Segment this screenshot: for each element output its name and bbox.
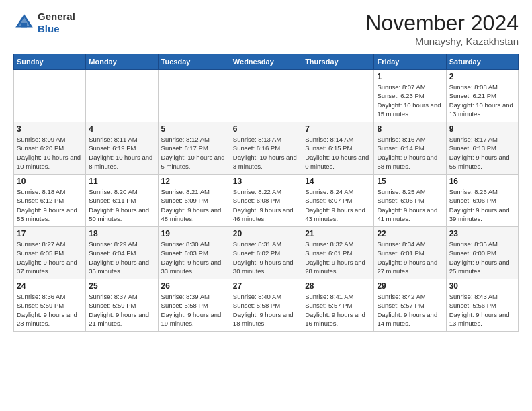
day-info: Sunrise: 8:32 AMSunset: 6:01 PMDaylight:… [305,240,371,275]
day-number: 27 [233,281,299,291]
day-info: Sunrise: 8:25 AMSunset: 6:06 PMDaylight:… [377,187,443,223]
calendar-table: Sunday Monday Tuesday Wednesday Thursday… [13,54,519,332]
day-number: 15 [377,177,443,186]
day-number: 20 [233,229,299,238]
day-number: 6 [233,124,299,134]
day-info: Sunrise: 8:39 AMSunset: 5:58 PMDaylight:… [161,292,227,328]
day-number: 10 [17,177,83,186]
location: Munayshy, Kazakhstan [365,36,519,47]
calendar-cell-w1-d6: 9Sunrise: 8:17 AMSunset: 6:13 PMDaylight… [446,122,518,175]
calendar-header-row: Sunday Monday Tuesday Wednesday Thursday… [14,54,519,70]
day-number: 3 [17,124,83,134]
calendar-cell-w3-d2: 19Sunrise: 8:30 AMSunset: 6:03 PMDayligh… [158,227,230,279]
day-info: Sunrise: 8:20 AMSunset: 6:11 PMDaylight:… [89,187,154,223]
page: General Blue November 2024 Munayshy, Kaz… [0,0,532,338]
day-info: Sunrise: 8:31 AMSunset: 6:02 PMDaylight:… [233,240,299,275]
calendar-cell-w1-d5: 8Sunrise: 8:16 AMSunset: 6:14 PMDaylight… [374,122,446,175]
col-wednesday: Wednesday [230,54,302,70]
calendar-cell-w3-d0: 17Sunrise: 8:27 AMSunset: 6:05 PMDayligh… [14,227,86,279]
calendar-cell-w1-d1: 4Sunrise: 8:11 AMSunset: 6:19 PMDaylight… [86,122,158,175]
calendar-cell-w0-d6: 2Sunrise: 8:08 AMSunset: 6:21 PMDaylight… [446,70,518,122]
col-thursday: Thursday [302,54,374,70]
col-tuesday: Tuesday [158,54,230,70]
day-info: Sunrise: 8:09 AMSunset: 6:20 PMDaylight:… [17,135,83,171]
logo: General Blue [13,11,75,35]
week-row-4: 24Sunrise: 8:36 AMSunset: 5:59 PMDayligh… [14,279,519,332]
calendar-cell-w0-d1 [86,70,158,122]
logo-icon [13,12,35,34]
calendar-cell-w3-d1: 18Sunrise: 8:29 AMSunset: 6:04 PMDayligh… [86,227,158,279]
col-sunday: Sunday [14,54,86,70]
header: General Blue November 2024 Munayshy, Kaz… [13,11,519,47]
day-number: 29 [377,281,443,291]
calendar-cell-w4-d2: 26Sunrise: 8:39 AMSunset: 5:58 PMDayligh… [158,279,230,332]
day-number: 21 [305,229,371,238]
day-info: Sunrise: 8:26 AMSunset: 6:06 PMDaylight:… [449,187,515,223]
day-number: 30 [449,281,515,291]
calendar-cell-w2-d1: 11Sunrise: 8:20 AMSunset: 6:11 PMDayligh… [86,175,158,227]
day-number: 19 [161,229,227,238]
calendar-cell-w2-d0: 10Sunrise: 8:18 AMSunset: 6:12 PMDayligh… [14,175,86,227]
day-info: Sunrise: 8:36 AMSunset: 5:59 PMDaylight:… [17,292,83,328]
day-number: 7 [305,124,371,134]
day-info: Sunrise: 8:08 AMSunset: 6:21 PMDaylight:… [449,83,515,118]
col-friday: Friday [374,54,446,70]
day-number: 4 [89,124,154,134]
calendar-cell-w2-d3: 13Sunrise: 8:22 AMSunset: 6:08 PMDayligh… [230,175,302,227]
day-number: 22 [377,229,443,238]
calendar-cell-w4-d0: 24Sunrise: 8:36 AMSunset: 5:59 PMDayligh… [14,279,86,332]
day-info: Sunrise: 8:22 AMSunset: 6:08 PMDaylight:… [233,187,299,223]
day-info: Sunrise: 8:40 AMSunset: 5:58 PMDaylight:… [233,292,299,328]
calendar-cell-w2-d5: 15Sunrise: 8:25 AMSunset: 6:06 PMDayligh… [374,175,446,227]
day-info: Sunrise: 8:34 AMSunset: 6:01 PMDaylight:… [377,240,443,275]
calendar-cell-w1-d2: 5Sunrise: 8:12 AMSunset: 6:17 PMDaylight… [158,122,230,175]
day-number: 11 [89,177,154,186]
calendar-cell-w3-d4: 21Sunrise: 8:32 AMSunset: 6:01 PMDayligh… [302,227,374,279]
calendar-cell-w1-d3: 6Sunrise: 8:13 AMSunset: 6:16 PMDaylight… [230,122,302,175]
day-info: Sunrise: 8:29 AMSunset: 6:04 PMDaylight:… [89,240,154,275]
day-info: Sunrise: 8:14 AMSunset: 6:15 PMDaylight:… [305,135,371,171]
logo-text: General Blue [38,11,75,35]
calendar-cell-w3-d3: 20Sunrise: 8:31 AMSunset: 6:02 PMDayligh… [230,227,302,279]
day-number: 18 [89,229,154,238]
calendar-cell-w3-d5: 22Sunrise: 8:34 AMSunset: 6:01 PMDayligh… [374,227,446,279]
calendar-cell-w2-d4: 14Sunrise: 8:24 AMSunset: 6:07 PMDayligh… [302,175,374,227]
day-info: Sunrise: 8:11 AMSunset: 6:19 PMDaylight:… [89,135,154,171]
day-info: Sunrise: 8:41 AMSunset: 5:57 PMDaylight:… [305,292,371,328]
day-number: 26 [161,281,227,291]
week-row-1: 3Sunrise: 8:09 AMSunset: 6:20 PMDaylight… [14,122,519,175]
title-block: November 2024 Munayshy, Kazakhstan [365,11,519,47]
day-number: 28 [305,281,371,291]
day-info: Sunrise: 8:16 AMSunset: 6:14 PMDaylight:… [377,135,443,171]
calendar-cell-w2-d6: 16Sunrise: 8:26 AMSunset: 6:06 PMDayligh… [446,175,518,227]
logo-line1: General [38,11,75,23]
day-number: 8 [377,124,443,134]
calendar-cell-w3-d6: 23Sunrise: 8:35 AMSunset: 6:00 PMDayligh… [446,227,518,279]
day-number: 17 [17,229,83,238]
day-info: Sunrise: 8:43 AMSunset: 5:56 PMDaylight:… [449,292,515,328]
calendar-cell-w0-d0 [14,70,86,122]
week-row-0: 1Sunrise: 8:07 AMSunset: 6:23 PMDaylight… [14,70,519,122]
calendar-cell-w4-d1: 25Sunrise: 8:37 AMSunset: 5:59 PMDayligh… [86,279,158,332]
calendar-cell-w0-d2 [158,70,230,122]
day-number: 9 [449,124,515,134]
calendar-cell-w1-d0: 3Sunrise: 8:09 AMSunset: 6:20 PMDaylight… [14,122,86,175]
svg-rect-2 [21,23,27,27]
calendar-cell-w0-d5: 1Sunrise: 8:07 AMSunset: 6:23 PMDaylight… [374,70,446,122]
week-row-2: 10Sunrise: 8:18 AMSunset: 6:12 PMDayligh… [14,175,519,227]
day-info: Sunrise: 8:13 AMSunset: 6:16 PMDaylight:… [233,135,299,171]
day-number: 12 [161,177,227,186]
day-info: Sunrise: 8:24 AMSunset: 6:07 PMDaylight:… [305,187,371,223]
calendar-cell-w4-d4: 28Sunrise: 8:41 AMSunset: 5:57 PMDayligh… [302,279,374,332]
day-number: 25 [89,281,154,291]
calendar-cell-w1-d4: 7Sunrise: 8:14 AMSunset: 6:15 PMDaylight… [302,122,374,175]
day-info: Sunrise: 8:42 AMSunset: 5:57 PMDaylight:… [377,292,443,328]
col-monday: Monday [86,54,158,70]
day-number: 13 [233,177,299,186]
day-info: Sunrise: 8:07 AMSunset: 6:23 PMDaylight:… [377,83,443,118]
day-info: Sunrise: 8:35 AMSunset: 6:00 PMDaylight:… [449,240,515,275]
day-number: 5 [161,124,227,134]
day-number: 14 [305,177,371,186]
day-info: Sunrise: 8:37 AMSunset: 5:59 PMDaylight:… [89,292,154,328]
month-title: November 2024 [365,11,519,36]
